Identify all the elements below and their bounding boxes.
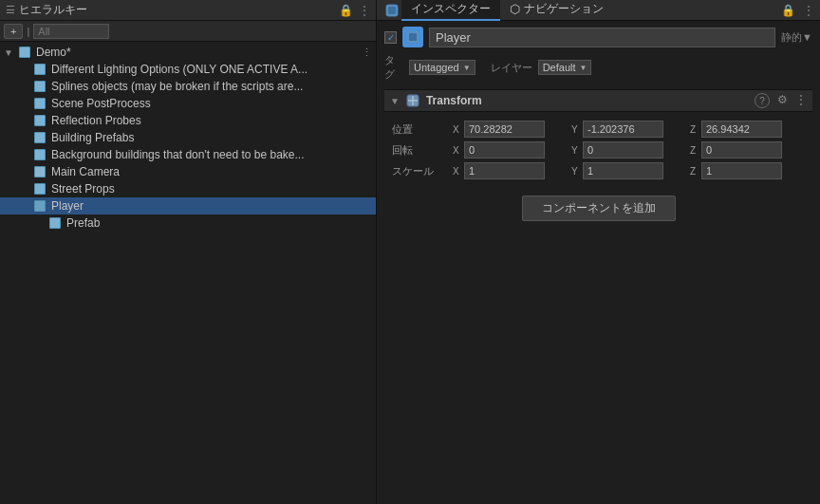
postprocess-label: Scene PostProcess bbox=[51, 97, 151, 110]
check-mark: ✓ bbox=[387, 32, 395, 43]
layer-label: レイヤー bbox=[491, 61, 532, 75]
inspector-more-icon[interactable]: ⋮ bbox=[803, 4, 814, 17]
tag-layer-row: タグ Untagged ▼ レイヤー Default ▼ bbox=[384, 53, 812, 82]
tree-item-background-buildings[interactable]: Background buildings that don't need to … bbox=[0, 146, 376, 163]
scale-y-input[interactable] bbox=[583, 162, 663, 179]
hierarchy-more-icon[interactable]: ⋮ bbox=[359, 4, 370, 17]
tab-inspector[interactable]: インスペクター bbox=[401, 0, 500, 21]
inspector-lock-icon[interactable]: 🔒 bbox=[781, 4, 795, 17]
add-component-button[interactable]: コンポーネントを追加 bbox=[522, 196, 676, 221]
lighting-label: Different Lighting Options (ONLY ONE ACT… bbox=[51, 63, 308, 76]
background-icon bbox=[32, 147, 47, 162]
transform-help-icon[interactable]: ? bbox=[755, 93, 770, 108]
tree-item-main-camera[interactable]: Main Camera bbox=[0, 163, 376, 180]
scale-z-group: Z bbox=[690, 161, 805, 180]
toolbar-separator: | bbox=[27, 26, 29, 37]
position-label: 位置 bbox=[392, 120, 449, 139]
inspector-header-icons: 🔒 ⋮ bbox=[781, 4, 814, 17]
inspector-panel-header: インスペクター ⬡ ナビゲーション 🔒 ⋮ bbox=[377, 0, 820, 21]
tree-item-reflection-probes[interactable]: Reflection Probes bbox=[0, 112, 376, 129]
gameobject-icon bbox=[402, 27, 423, 47]
layer-dropdown[interactable]: Default ▼ bbox=[538, 60, 592, 75]
rot-z-axis: Z bbox=[690, 145, 699, 156]
enabled-checkbox[interactable]: ✓ bbox=[384, 31, 397, 44]
transform-actions: ? ⚙ ⋮ bbox=[755, 93, 807, 108]
tag-value: Untagged bbox=[414, 62, 459, 73]
hierarchy-panel: ☰ ヒエラルキー 🔒 ⋮ + | ▼ Demo* ⋮ bbox=[0, 0, 377, 504]
scale-label: スケール bbox=[392, 161, 449, 180]
scale-x-group: X bbox=[453, 161, 568, 180]
transform-fields: 位置 X Y Z 回転 X bbox=[384, 116, 812, 184]
tree-item-splines[interactable]: Splines objects (may be broken if the sc… bbox=[0, 78, 376, 95]
tree-item-prefab[interactable]: Prefab bbox=[0, 215, 376, 232]
scale-y-axis: Y bbox=[571, 166, 581, 177]
position-x-group: X bbox=[453, 120, 568, 139]
tree-item-player[interactable]: Player bbox=[0, 197, 376, 215]
transform-settings-icon[interactable]: ⚙ bbox=[777, 93, 788, 108]
transform-component-header: ▼ Transform ? ⚙ ⋮ bbox=[384, 89, 812, 112]
nav-tab-icon: ⬡ bbox=[510, 2, 520, 16]
add-button[interactable]: + bbox=[4, 24, 23, 39]
rotation-z-group: Z bbox=[690, 140, 805, 159]
hierarchy-tree: ▼ Demo* ⋮ Different Lighting Options (ON… bbox=[0, 42, 376, 504]
prefab-icon bbox=[47, 215, 63, 231]
inspector-panel: インスペクター ⬡ ナビゲーション 🔒 ⋮ ✓ bbox=[377, 0, 820, 504]
rotation-x-group: X bbox=[453, 140, 568, 159]
street-icon bbox=[32, 181, 47, 196]
postprocess-icon bbox=[32, 96, 47, 111]
tag-dropdown[interactable]: Untagged ▼ bbox=[409, 60, 475, 75]
player-label: Player bbox=[51, 199, 84, 213]
rotation-label: 回転 bbox=[392, 140, 449, 159]
transform-title: Transform bbox=[426, 94, 749, 107]
scale-y-group: Y bbox=[571, 161, 686, 180]
transform-collapse-arrow[interactable]: ▼ bbox=[390, 96, 400, 106]
position-y-input[interactable] bbox=[583, 121, 663, 138]
static-label[interactable]: 静的▼ bbox=[781, 30, 812, 45]
pos-x-axis: X bbox=[453, 124, 462, 135]
object-name-input[interactable] bbox=[429, 28, 775, 47]
position-z-group: Z bbox=[690, 120, 805, 139]
search-input[interactable] bbox=[33, 24, 109, 39]
rotation-y-input[interactable] bbox=[583, 141, 663, 159]
camera-label: Main Camera bbox=[51, 165, 120, 178]
scale-z-axis: Z bbox=[690, 166, 699, 177]
hierarchy-toolbar: + | bbox=[0, 21, 376, 42]
reflection-label: Reflection Probes bbox=[51, 114, 141, 127]
building-icon bbox=[32, 130, 47, 145]
scale-z-input[interactable] bbox=[701, 162, 782, 179]
rotation-y-group: Y bbox=[571, 140, 686, 159]
tree-item-building-prefabs[interactable]: Building Prefabs bbox=[0, 129, 376, 146]
building-label: Building Prefabs bbox=[51, 131, 134, 144]
inspector-icon bbox=[382, 4, 401, 17]
background-label: Background buildings that don't need to … bbox=[51, 148, 304, 161]
scale-x-input[interactable] bbox=[464, 162, 545, 179]
tree-item-street-props[interactable]: Street Props bbox=[0, 180, 376, 197]
position-x-input[interactable] bbox=[464, 121, 545, 138]
camera-icon bbox=[32, 164, 47, 179]
position-y-group: Y bbox=[571, 120, 686, 139]
hierarchy-menu-icon: ☰ bbox=[6, 4, 15, 16]
tree-item-lighting[interactable]: Different Lighting Options (ONLY ONE ACT… bbox=[0, 61, 376, 78]
position-z-input[interactable] bbox=[701, 121, 782, 138]
hierarchy-title: ヒエラルキー bbox=[19, 2, 335, 18]
hierarchy-panel-header: ☰ ヒエラルキー 🔒 ⋮ bbox=[0, 0, 376, 21]
inspector-name-row: ✓ 静的▼ bbox=[384, 27, 812, 47]
transform-more-icon[interactable]: ⋮ bbox=[795, 93, 807, 108]
tag-label: タグ bbox=[384, 53, 403, 82]
demo-context-menu[interactable]: ⋮ bbox=[362, 47, 376, 59]
tree-item-demo[interactable]: ▼ Demo* ⋮ bbox=[0, 44, 376, 61]
reflection-icon bbox=[32, 113, 47, 128]
svg-rect-1 bbox=[388, 7, 396, 14]
street-label: Street Props bbox=[51, 182, 115, 196]
tab-navigation[interactable]: ⬡ ナビゲーション bbox=[500, 0, 613, 21]
pos-z-axis: Z bbox=[690, 124, 699, 135]
scale-x-axis: X bbox=[453, 166, 462, 177]
rot-x-axis: X bbox=[453, 145, 462, 156]
tree-item-scene-postprocess[interactable]: Scene PostProcess bbox=[0, 95, 376, 112]
rotation-x-input[interactable] bbox=[464, 141, 545, 159]
hierarchy-lock-icon[interactable]: 🔒 bbox=[339, 4, 353, 17]
layer-dropdown-arrow: ▼ bbox=[580, 64, 587, 72]
lighting-icon bbox=[32, 62, 47, 77]
tag-dropdown-arrow: ▼ bbox=[463, 64, 471, 72]
rotation-z-input[interactable] bbox=[701, 141, 782, 159]
